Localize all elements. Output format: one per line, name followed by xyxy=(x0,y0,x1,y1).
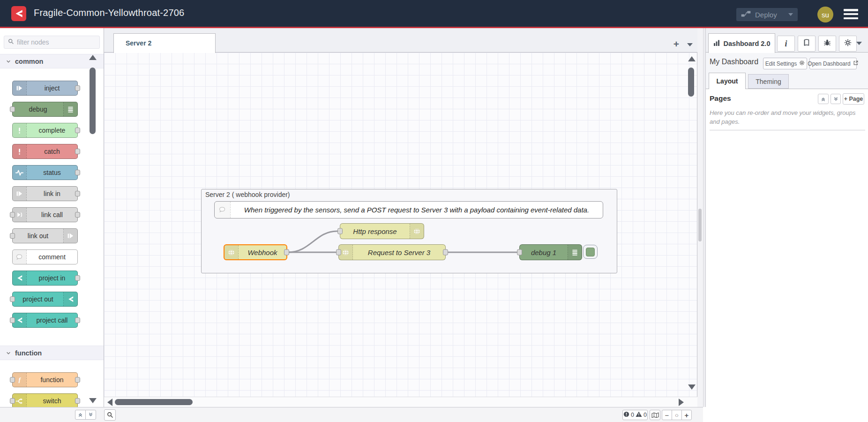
palette-node-label: debug xyxy=(13,102,63,116)
user-avatar[interactable]: su xyxy=(817,7,833,23)
sidebar-tab-dashboard[interactable]: Dashboard 2.0 xyxy=(708,33,775,53)
canvas-scroll-up-icon[interactable] xyxy=(688,56,696,61)
tab-layout[interactable]: Layout xyxy=(709,73,746,89)
debug-list-icon xyxy=(568,245,582,260)
deploy-button[interactable]: Deploy xyxy=(736,8,798,21)
project-icon xyxy=(63,292,77,306)
deploy-options-caret-icon[interactable] xyxy=(788,13,793,16)
palette-node-link-out[interactable]: link out xyxy=(12,228,78,243)
comment-text: When triggered by the sensors, send a PO… xyxy=(231,202,603,218)
editor-scrollbar-thumb[interactable] xyxy=(698,209,702,241)
dashboard-sidebar-header: My Dashboard Edit Settings Open Dashboar… xyxy=(706,53,868,89)
book-icon xyxy=(803,39,810,48)
notification-counts[interactable]: 0 0 xyxy=(622,410,648,420)
add-flow-button[interactable]: + xyxy=(670,38,682,51)
globe-icon xyxy=(410,224,424,239)
flow-node-debug-1[interactable]: debug 1 xyxy=(519,244,582,260)
sidebar-tab-info[interactable]: i xyxy=(777,36,795,52)
gear-icon xyxy=(844,39,852,48)
flow-node-request-to-server-3[interactable]: Request to Server 3 xyxy=(338,244,446,260)
excl-icon xyxy=(13,144,27,158)
sidebar-tabs-caret-icon[interactable] xyxy=(856,42,862,45)
filter-nodes-input[interactable] xyxy=(17,38,82,46)
deploy-icon xyxy=(741,10,751,19)
move-page-up-button[interactable] xyxy=(818,94,829,104)
palette-node-status[interactable]: status xyxy=(12,165,78,180)
palette-node-project-in[interactable]: project in xyxy=(12,271,78,286)
warning-count: 0 xyxy=(644,412,647,418)
sidebar-tab-help[interactable] xyxy=(798,36,816,52)
palette-node-inject[interactable]: inject xyxy=(12,81,78,96)
output-port[interactable] xyxy=(284,249,289,256)
flow-node-http-response[interactable]: Http response xyxy=(340,223,424,239)
deploy-label: Deploy xyxy=(755,11,784,19)
flow-tab-server-2[interactable]: Server 2 xyxy=(113,33,216,53)
output-port[interactable] xyxy=(443,249,448,256)
palette-scroll-up-icon[interactable] xyxy=(89,55,97,60)
comment-node[interactable]: When triggered by the sensors, send a PO… xyxy=(214,201,603,219)
sidebar-tab-debug[interactable] xyxy=(818,36,836,52)
sidebar-tabbar: Dashboard 2.0 i xyxy=(706,28,868,53)
collapse-categories-button[interactable] xyxy=(75,410,86,420)
globe-icon xyxy=(224,245,239,259)
palette-node-project-call[interactable]: project call xyxy=(12,313,78,328)
error-count: 0 xyxy=(631,412,634,418)
flow-list-caret-icon[interactable] xyxy=(687,43,693,46)
node-port xyxy=(10,317,15,323)
canvas-vscroll-thumb[interactable] xyxy=(688,68,694,97)
canvas-scroll-left-icon[interactable] xyxy=(107,399,112,406)
palette-scroll-down-icon[interactable] xyxy=(89,398,97,403)
main-menu-button[interactable] xyxy=(844,9,858,19)
palette-category-common[interactable]: common xyxy=(0,54,104,68)
canvas-scroll-right-icon[interactable] xyxy=(679,399,684,406)
input-port[interactable] xyxy=(336,249,341,256)
node-palette: commoninjectdebugcompletecatchstatuslink… xyxy=(0,28,104,407)
tab-theming[interactable]: Theming xyxy=(748,74,789,89)
palette-filter[interactable] xyxy=(4,36,100,49)
excl-icon xyxy=(13,123,27,137)
palette-node-link-call[interactable]: link call xyxy=(12,207,78,222)
divider xyxy=(710,130,865,130)
palette-scrollbar-thumb[interactable] xyxy=(90,68,96,134)
flow-node-webhook-selected[interactable]: Webhook xyxy=(224,244,287,260)
palette-node-switch[interactable]: switch xyxy=(12,393,78,407)
canvas-scroll-down-icon[interactable] xyxy=(688,384,696,390)
sidebar-tab-config[interactable] xyxy=(839,36,857,52)
edit-settings-button[interactable]: Edit Settings xyxy=(763,58,807,69)
gear-icon xyxy=(799,60,805,67)
debug-enable-toggle[interactable] xyxy=(583,245,598,259)
palette-node-catch[interactable]: catch xyxy=(12,144,78,159)
expand-categories-button[interactable] xyxy=(85,410,96,420)
palette-node-function[interactable]: ffunction xyxy=(12,372,78,387)
add-page-button[interactable]: + Page xyxy=(843,93,864,105)
zoom-in-button[interactable]: + xyxy=(681,410,692,420)
palette-node-complete[interactable]: complete xyxy=(12,123,78,138)
palette-node-label: comment xyxy=(27,250,77,264)
workspace-tabbar: Server 2 + xyxy=(104,28,697,53)
navigator-map-button[interactable] xyxy=(650,410,660,420)
palette-node-label: inject xyxy=(27,81,77,95)
category-label: common xyxy=(15,58,43,65)
input-port[interactable] xyxy=(517,249,522,256)
move-page-down-button[interactable] xyxy=(831,94,841,104)
palette-node-comment[interactable]: comment xyxy=(12,249,78,264)
pages-help-text: Here you can re-order and move your widg… xyxy=(710,109,865,127)
canvas-hscroll-thumb[interactable] xyxy=(115,399,193,405)
flow-canvas[interactable]: Server 2 ( webhook provider) When trigge… xyxy=(104,53,697,397)
node-port xyxy=(75,170,80,175)
node-port xyxy=(75,317,80,323)
palette-node-project-out[interactable]: project out xyxy=(12,292,78,307)
palette-category-function[interactable]: function xyxy=(0,346,104,360)
palette-node-label: link in xyxy=(27,187,77,201)
search-flows-button[interactable] xyxy=(104,409,116,421)
zoom-reset-button[interactable]: ○ xyxy=(672,410,682,420)
bug-icon xyxy=(823,39,831,48)
zoom-out-button[interactable]: − xyxy=(662,410,672,420)
palette-node-link-in[interactable]: link in xyxy=(12,186,78,201)
palette-node-debug[interactable]: debug xyxy=(12,102,78,117)
node-port xyxy=(10,296,15,302)
palette-categories: commoninjectdebugcompletecatchstatuslink… xyxy=(0,54,104,407)
input-port[interactable] xyxy=(337,228,343,234)
node-port xyxy=(10,398,15,404)
open-dashboard-button[interactable]: Open Dashboard xyxy=(809,58,857,69)
